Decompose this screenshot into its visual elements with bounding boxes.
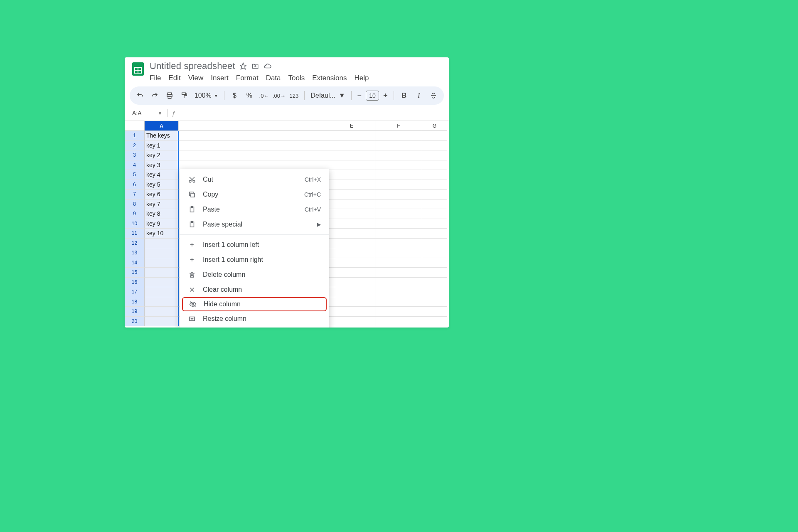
cell[interactable] [375, 307, 422, 317]
cell[interactable] [145, 239, 179, 249]
menu-cut[interactable]: Cut Ctrl+X [180, 172, 329, 187]
row-header[interactable]: 12 [125, 239, 145, 249]
menu-hide-column[interactable]: Hide column [182, 297, 327, 311]
cell[interactable] [328, 219, 375, 229]
cell[interactable] [422, 229, 447, 239]
decrease-decimal-icon[interactable]: .0← [260, 91, 269, 100]
cell[interactable] [422, 219, 447, 229]
cell[interactable] [375, 258, 422, 268]
cell[interactable]: key 10 [145, 229, 179, 239]
cell[interactable] [422, 297, 447, 307]
cell[interactable] [375, 200, 422, 209]
menu-resize-column[interactable]: Resize column [180, 311, 329, 326]
cell[interactable] [145, 317, 179, 327]
bold-icon[interactable]: B [400, 91, 409, 100]
menu-clear-column[interactable]: Clear column [180, 282, 329, 297]
row-header[interactable]: 3 [125, 150, 145, 160]
cell[interactable] [422, 131, 447, 141]
move-folder-icon[interactable] [251, 62, 259, 70]
cell[interactable] [328, 287, 375, 297]
cell[interactable] [375, 229, 422, 239]
cell[interactable] [422, 317, 447, 327]
menu-delete-column[interactable]: Delete column [180, 267, 329, 282]
cell[interactable]: key 4 [145, 170, 179, 180]
cloud-status-icon[interactable] [264, 62, 272, 70]
cell[interactable] [145, 268, 179, 278]
cell[interactable] [422, 268, 447, 278]
cell[interactable] [375, 170, 422, 180]
menu-extensions[interactable]: Extensions [312, 74, 347, 82]
cell[interactable] [422, 200, 447, 209]
increase-font-size-button[interactable]: + [383, 91, 388, 100]
cell[interactable] [145, 258, 179, 268]
cell[interactable]: key 2 [145, 150, 179, 160]
row-header[interactable]: 4 [125, 160, 145, 170]
document-title[interactable]: Untitled spreadsheet [150, 61, 235, 71]
cell[interactable] [375, 141, 422, 151]
cell[interactable] [375, 190, 422, 200]
row-header[interactable]: 8 [125, 200, 145, 209]
row-header[interactable]: 6 [125, 180, 145, 190]
row-header[interactable]: 20 [125, 317, 145, 327]
cell[interactable] [328, 180, 375, 190]
menu-copy[interactable]: Copy Ctrl+C [180, 187, 329, 202]
cell[interactable] [422, 190, 447, 200]
row-header[interactable]: 13 [125, 248, 145, 258]
cell[interactable] [145, 307, 179, 317]
cell[interactable] [328, 239, 375, 249]
name-box[interactable]: A:A ▼ [130, 110, 165, 116]
column-header-a[interactable]: A [145, 121, 179, 131]
number-format-icon[interactable]: 123 [290, 91, 299, 100]
row-header[interactable]: 10 [125, 219, 145, 229]
cell[interactable] [375, 248, 422, 258]
font-dropdown[interactable]: Defaul... ▼ [310, 92, 345, 99]
cell[interactable] [422, 278, 447, 288]
cell[interactable] [375, 160, 422, 170]
menu-insert[interactable]: Insert [211, 74, 229, 82]
menu-tools[interactable]: Tools [288, 74, 305, 82]
cell[interactable] [145, 248, 179, 258]
cell[interactable] [375, 131, 422, 141]
spreadsheet-grid[interactable]: A E F G 1The keys2key 13key 24key 35key … [125, 121, 449, 326]
row-header[interactable]: 18 [125, 297, 145, 307]
cell[interactable] [328, 317, 375, 327]
cell[interactable] [422, 248, 447, 258]
redo-icon[interactable] [150, 91, 159, 100]
menu-insert-right[interactable]: + Insert 1 column right [180, 252, 329, 267]
cell[interactable] [328, 170, 375, 180]
cell[interactable] [145, 278, 179, 288]
cell[interactable] [145, 297, 179, 307]
cell[interactable] [328, 278, 375, 288]
row-header[interactable]: 1 [125, 131, 145, 141]
cell[interactable] [422, 307, 447, 317]
cell[interactable] [328, 297, 375, 307]
row-header[interactable]: 5 [125, 170, 145, 180]
cell[interactable] [422, 180, 447, 190]
select-all-corner[interactable] [125, 121, 145, 131]
cell[interactable] [328, 190, 375, 200]
undo-icon[interactable] [135, 91, 144, 100]
cell[interactable] [422, 287, 447, 297]
column-header-g[interactable]: G [422, 121, 447, 131]
cell[interactable]: key 1 [145, 141, 179, 151]
cell[interactable] [328, 268, 375, 278]
cell[interactable] [328, 131, 375, 141]
increase-decimal-icon[interactable]: .00→ [275, 91, 284, 100]
menu-data[interactable]: Data [266, 74, 281, 82]
row-header[interactable]: 7 [125, 190, 145, 200]
column-header-f[interactable]: F [375, 121, 422, 131]
star-icon[interactable] [239, 62, 247, 70]
cell[interactable]: key 7 [145, 200, 179, 209]
cell[interactable] [422, 258, 447, 268]
cell[interactable] [422, 209, 447, 219]
menu-paste-special[interactable]: Paste special ▶ [180, 217, 329, 232]
row-header[interactable]: 9 [125, 209, 145, 219]
row-header[interactable]: 2 [125, 141, 145, 151]
paint-format-icon[interactable] [180, 91, 188, 100]
cell[interactable] [375, 297, 422, 307]
cell[interactable] [375, 278, 422, 288]
cell[interactable]: The keys [145, 131, 179, 141]
cell[interactable] [328, 229, 375, 239]
cell[interactable] [375, 180, 422, 190]
cell[interactable]: key 9 [145, 219, 179, 229]
